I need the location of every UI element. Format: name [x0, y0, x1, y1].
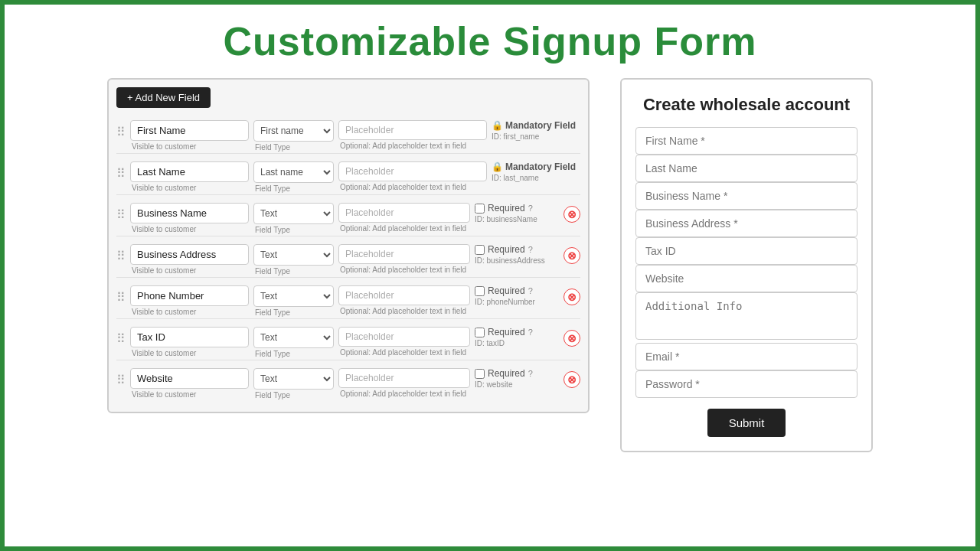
placeholder-col: Optional: Add placeholder text in field: [338, 120, 487, 150]
required-text: Required: [488, 285, 525, 296]
field-row: ⠿ Visible to customer TextFirst nameLast…: [116, 157, 580, 195]
field-type-select[interactable]: TextFirst nameLast nameEmailPasswordNumb…: [253, 161, 334, 183]
visible-label: Visible to customer: [130, 349, 249, 357]
field-type-col: TextFirst nameLast nameEmailPasswordNumb…: [253, 368, 334, 399]
field-name-col: Visible to customer: [130, 161, 249, 192]
mandatory-label: 🔒 Mandatory Field: [492, 161, 576, 172]
right-panel: Create wholesale account Submit: [620, 78, 873, 452]
field-type-label: Field Type: [253, 143, 334, 152]
field-name-input[interactable]: [130, 203, 249, 223]
add-new-field-button[interactable]: + Add New Field: [116, 87, 211, 108]
field-type-select[interactable]: TextFirst nameLast nameEmailPasswordNumb…: [253, 120, 334, 142]
required-col: Required ? ID: businessName: [475, 203, 559, 223]
visible-label: Visible to customer: [130, 225, 249, 233]
field-type-label: Field Type: [253, 391, 334, 399]
field-type-select[interactable]: TextFirst nameLast nameEmailPasswordNumb…: [253, 285, 334, 307]
placeholder-input[interactable]: [338, 161, 487, 181]
field-type-select[interactable]: TextFirst nameLast nameEmailPasswordNumb…: [253, 327, 334, 348]
placeholder-label: Optional: Add placeholder text in field: [338, 307, 470, 315]
placeholder-input[interactable]: [338, 203, 470, 223]
delete-col[interactable]: ⊗: [564, 327, 580, 347]
field-rows-container: ⠿ Visible to customer TextFirst nameLast…: [116, 116, 580, 401]
delete-col[interactable]: ⊗: [564, 203, 580, 223]
delete-button[interactable]: ⊗: [564, 289, 580, 305]
id-label: ID: website: [475, 380, 512, 389]
delete-button[interactable]: ⊗: [564, 206, 580, 223]
required-col: Required ? ID: taxID: [475, 327, 559, 347]
required-row[interactable]: Required ?: [475, 244, 533, 255]
drag-handle-icon[interactable]: ⠿: [116, 249, 126, 263]
delete-button[interactable]: ⊗: [564, 247, 580, 264]
required-row[interactable]: Required ?: [475, 368, 533, 379]
placeholder-label: Optional: Add placeholder text in field: [338, 183, 487, 191]
panels: + Add New Field ⠿ Visible to customer Te…: [28, 78, 952, 452]
visible-label: Visible to customer: [130, 390, 249, 399]
field-type-select[interactable]: TextFirst nameLast nameEmailPasswordNumb…: [253, 203, 334, 224]
drag-handle-icon[interactable]: ⠿: [116, 166, 126, 181]
id-label: ID: last_name: [492, 174, 539, 182]
field-name-input[interactable]: [130, 120, 249, 141]
drag-handle-icon[interactable]: ⠿: [116, 290, 126, 305]
delete-col[interactable]: ⊗: [564, 244, 580, 264]
field-name-col: Visible to customer: [130, 120, 249, 151]
question-mark-icon: ?: [528, 245, 533, 254]
form-input-5[interactable]: [635, 265, 858, 292]
drag-handle-icon[interactable]: ⠿: [116, 373, 126, 387]
form-input-0[interactable]: [635, 127, 858, 155]
form-input-3[interactable]: [635, 210, 858, 237]
required-text: Required: [488, 244, 525, 255]
field-type-select[interactable]: TextFirst nameLast nameEmailPasswordNumb…: [253, 368, 334, 390]
field-name-input[interactable]: [130, 244, 249, 265]
placeholder-input[interactable]: [338, 244, 470, 264]
placeholder-input[interactable]: [338, 327, 470, 347]
required-checkbox[interactable]: [475, 204, 485, 214]
page-title: Customizable Signup Form: [223, 18, 756, 64]
form-title: Create wholesale account: [635, 95, 858, 115]
form-input-8[interactable]: [635, 370, 858, 398]
delete-button[interactable]: ⊗: [564, 330, 580, 347]
field-name-input[interactable]: [130, 161, 249, 182]
placeholder-input[interactable]: [338, 120, 487, 140]
required-row[interactable]: Required ?: [475, 285, 533, 296]
form-textarea-6[interactable]: [635, 292, 858, 340]
required-text: Required: [488, 368, 525, 379]
mandatory-text: Mandatory Field: [505, 161, 576, 172]
required-text: Required: [488, 203, 525, 214]
delete-col[interactable]: ⊗: [564, 285, 580, 305]
field-type-select[interactable]: TextFirst nameLast nameEmailPasswordNumb…: [253, 244, 334, 266]
placeholder-label: Optional: Add placeholder text in field: [338, 348, 470, 357]
form-input-4[interactable]: [635, 237, 858, 265]
field-name-col: Visible to customer: [130, 203, 249, 233]
field-name-input[interactable]: [130, 285, 249, 306]
visible-label: Visible to customer: [130, 142, 249, 151]
field-name-input[interactable]: [130, 327, 249, 347]
field-row: ⠿ Visible to customer TextFirst nameLast…: [116, 364, 580, 401]
required-checkbox[interactable]: [475, 245, 485, 255]
required-col: Required ? ID: phoneNumber: [475, 285, 559, 306]
field-type-col: TextFirst nameLast nameEmailPasswordNumb…: [253, 203, 334, 234]
field-type-label: Field Type: [253, 226, 334, 234]
required-checkbox[interactable]: [475, 286, 485, 296]
placeholder-input[interactable]: [338, 285, 470, 305]
field-name-col: Visible to customer: [130, 327, 249, 357]
id-label: ID: businessName: [475, 215, 537, 223]
drag-handle-icon[interactable]: ⠿: [116, 125, 126, 139]
delete-button[interactable]: ⊗: [564, 371, 580, 388]
placeholder-input[interactable]: [338, 368, 470, 388]
form-input-7[interactable]: [635, 343, 858, 370]
question-mark-icon: ?: [528, 328, 533, 337]
placeholder-label: Optional: Add placeholder text in field: [338, 266, 470, 274]
required-checkbox[interactable]: [475, 369, 485, 379]
drag-handle-icon[interactable]: ⠿: [116, 331, 126, 346]
form-input-2[interactable]: [635, 182, 858, 210]
required-checkbox[interactable]: [475, 328, 485, 337]
required-row[interactable]: Required ?: [475, 203, 533, 214]
required-row[interactable]: Required ?: [475, 327, 533, 337]
field-name-input[interactable]: [130, 368, 249, 389]
submit-button[interactable]: Submit: [707, 409, 786, 437]
left-panel: + Add New Field ⠿ Visible to customer Te…: [107, 78, 590, 413]
form-input-1[interactable]: [635, 155, 858, 182]
drag-handle-icon[interactable]: ⠿: [116, 207, 126, 222]
field-name-col: Visible to customer: [130, 368, 249, 399]
delete-col[interactable]: ⊗: [564, 368, 580, 388]
